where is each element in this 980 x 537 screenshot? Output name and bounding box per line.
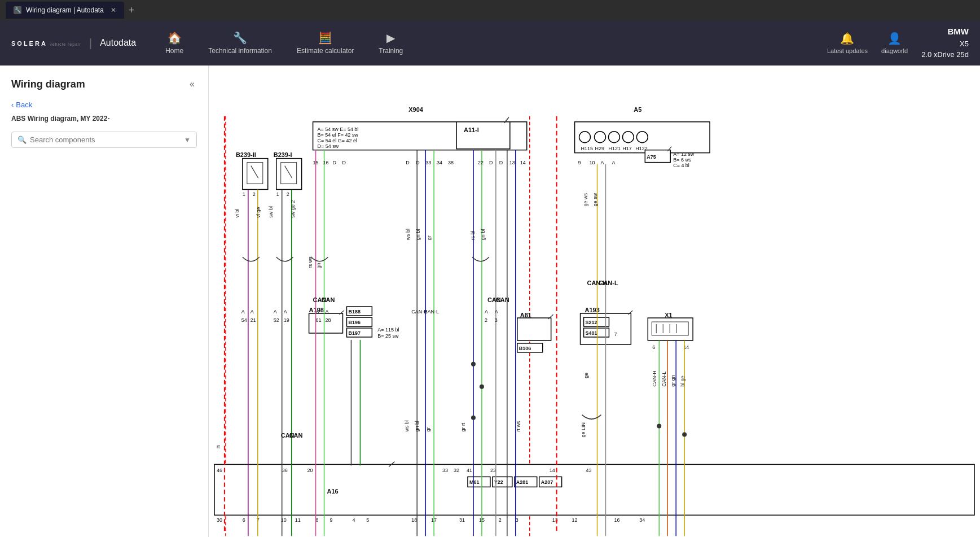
nav-items: 🏠 Home 🔧 Technical information 🧮 Estimat… — [153, 20, 827, 66]
diagworld-button[interactable]: 👤 diagworld — [881, 32, 908, 54]
new-tab-button[interactable]: + — [129, 5, 135, 16]
nav-home[interactable]: 🏠 Home — [153, 20, 196, 66]
svg-text:vi bl: vi bl — [234, 208, 240, 217]
sidebar-header: Wiring diagram « — [11, 77, 197, 91]
svg-text:gn: gn — [316, 263, 322, 268]
updates-label: Latest updates — [827, 47, 868, 54]
nav-training[interactable]: ▶ Training — [366, 20, 415, 66]
nav-estimate-calculator[interactable]: 🧮 Estimate calculator — [284, 20, 366, 66]
svg-point-17 — [622, 132, 634, 143]
brand-subtitle: vehicle repair — [50, 42, 81, 46]
svg-text:B239-II: B239-II — [236, 151, 256, 158]
svg-text:S401: S401 — [586, 330, 597, 336]
svg-text:15: 15 — [313, 160, 319, 165]
dropdown-arrow-icon[interactable]: ▼ — [184, 136, 191, 144]
svg-text:X1: X1 — [665, 312, 672, 318]
svg-text:gn bl: gn bl — [480, 229, 486, 240]
sidebar-collapse-button[interactable]: « — [187, 77, 197, 91]
main-content: Wiring diagram « ‹ Back ABS Wiring diagr… — [0, 66, 980, 537]
svg-text:B= 6 ws: B= 6 ws — [673, 157, 692, 163]
svg-text:1: 1 — [276, 191, 279, 197]
svg-text:gr: gr — [427, 235, 432, 240]
svg-text:ws bl: ws bl — [404, 420, 410, 432]
svg-text:vl ge: vl ge — [256, 207, 261, 217]
svg-rect-42 — [309, 313, 343, 333]
svg-text:21: 21 — [251, 317, 256, 323]
svg-text:rs bl: rs bl — [470, 230, 476, 240]
svg-text:CAN-H: CAN-H — [652, 370, 657, 386]
logo-divider: | — [89, 37, 92, 50]
user-icon: 👤 — [887, 32, 902, 45]
svg-text:32: 32 — [454, 468, 459, 473]
svg-text:16: 16 — [323, 160, 329, 165]
svg-text:gr rt: gr rt — [460, 422, 466, 431]
svg-text:2: 2 — [287, 191, 289, 197]
svg-text:ge ws: ge ws — [583, 193, 588, 207]
svg-text:11: 11 — [295, 517, 301, 523]
svg-text:A: A — [612, 160, 615, 165]
logo-area: SOLERA vehicle repair | Autodata — [11, 37, 136, 50]
back-button[interactable]: ‹ Back — [11, 101, 197, 109]
svg-rect-51 — [517, 318, 551, 340]
svg-text:12: 12 — [572, 517, 578, 523]
svg-text:rt: rt — [217, 444, 220, 450]
svg-text:D: D — [489, 160, 493, 165]
svg-text:54: 54 — [241, 317, 247, 323]
svg-text:S212: S212 — [586, 320, 597, 325]
search-icon: 🔍 — [17, 136, 27, 144]
product-name: Autodata — [100, 38, 136, 48]
svg-text:H121: H121 — [608, 146, 620, 151]
svg-text:D: D — [342, 160, 346, 165]
navbar: SOLERA vehicle repair | Autodata 🏠 Home … — [0, 20, 980, 66]
sidebar-title: Wiring diagram — [11, 78, 85, 90]
svg-text:1: 1 — [243, 191, 245, 197]
nav-calc-label: Estimate calculator — [297, 47, 354, 55]
svg-text:18: 18 — [411, 517, 417, 523]
svg-text:9: 9 — [330, 517, 333, 523]
svg-text:X904: X904 — [408, 106, 424, 113]
svg-text:A: A — [326, 309, 329, 315]
svg-text:20: 20 — [307, 468, 313, 473]
svg-point-205 — [657, 424, 661, 429]
svg-text:A: A — [251, 309, 254, 315]
svg-point-16 — [608, 132, 619, 143]
svg-text:CAN: CAN — [322, 296, 335, 303]
calculator-icon: 🧮 — [318, 31, 332, 45]
svg-text:B188: B188 — [348, 309, 360, 315]
svg-text:19: 19 — [284, 317, 289, 323]
svg-text:bl ge: bl ge — [680, 376, 685, 386]
svg-text:H115: H115 — [581, 146, 593, 151]
nav-technical-information[interactable]: 🔧 Technical information — [196, 20, 284, 66]
search-input[interactable] — [30, 136, 181, 144]
svg-text:16: 16 — [614, 517, 619, 523]
svg-text:CAN-L: CAN-L — [599, 280, 618, 286]
svg-text:A= 54 sw E= 54 bl: A= 54 sw E= 54 bl — [318, 126, 359, 132]
home-icon: 🏠 — [168, 31, 182, 45]
svg-text:2: 2 — [253, 191, 256, 197]
diagworld-label: diagworld — [881, 47, 908, 54]
latest-updates-button[interactable]: 🔔 Latest updates — [827, 32, 868, 54]
svg-text:6: 6 — [652, 344, 655, 350]
svg-text:A16: A16 — [327, 488, 339, 495]
chevron-left-icon: ‹ — [11, 101, 14, 109]
svg-text:14: 14 — [550, 468, 555, 473]
svg-point-189 — [471, 362, 476, 366]
bell-icon: 🔔 — [840, 32, 854, 45]
svg-text:D: D — [499, 160, 503, 165]
svg-text:4: 4 — [352, 517, 355, 523]
tab-close-button[interactable]: ✕ — [111, 6, 116, 14]
svg-text:A: A — [274, 309, 277, 315]
svg-text:46: 46 — [217, 468, 222, 473]
svg-text:30: 30 — [217, 517, 222, 523]
active-tab[interactable]: 🔧 Wiring diagram | Autodata ✕ — [6, 2, 124, 19]
nav-training-label: Training — [379, 47, 403, 55]
back-label: Back — [16, 101, 32, 109]
svg-text:A: A — [316, 309, 319, 315]
svg-text:34: 34 — [437, 160, 442, 165]
svg-text:3: 3 — [495, 317, 498, 323]
svg-text:M61: M61 — [469, 479, 479, 485]
svg-text:H17: H17 — [622, 146, 631, 151]
svg-text:A= 12 sw: A= 12 sw — [673, 151, 695, 157]
svg-text:B106: B106 — [519, 346, 531, 351]
svg-rect-66 — [648, 318, 693, 340]
